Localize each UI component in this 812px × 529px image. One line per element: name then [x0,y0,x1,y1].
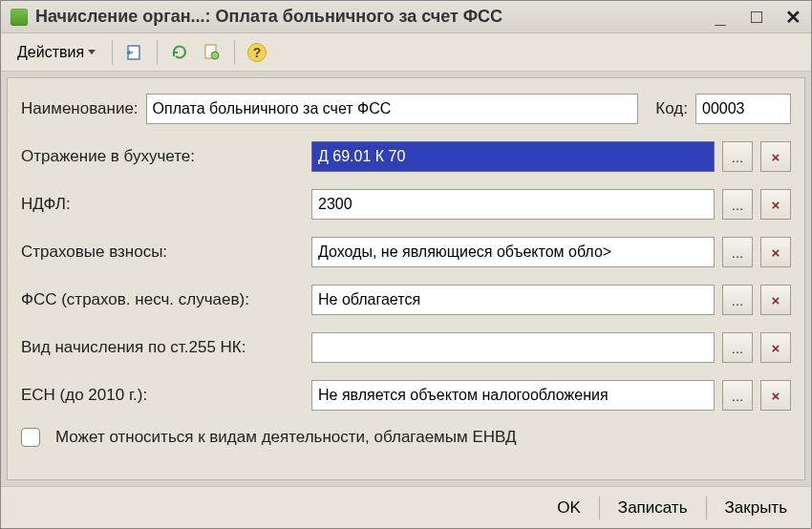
insurance-select-button[interactable]: ... [722,237,753,267]
document-settings-icon[interactable] [198,38,226,67]
code-input[interactable] [695,94,791,124]
label-ndfl: НДФЛ: [21,195,304,214]
envd-checkbox[interactable] [21,428,40,447]
accounting-field[interactable]: Д 69.01 К 70 [311,141,715,172]
label-code: Код: [655,99,688,118]
svg-point-2 [211,52,219,59]
help-icon[interactable]: ? [243,38,271,67]
toolbar-separator [234,40,235,65]
titlebar: Начисление орган...: Оплата больничного … [1,1,811,33]
label-accounting: Отражение в бухучете: [21,147,304,166]
toolbar: Действия ? [1,33,811,72]
insurance-clear-button[interactable]: × [760,237,791,267]
dialog-window: Начисление орган...: Оплата больничного … [0,0,812,529]
ndfl-field[interactable]: 2300 [311,189,715,220]
name-input[interactable] [146,94,639,124]
ndfl-select-button[interactable]: ... [722,189,753,220]
window-controls: _ □ ✕ [708,7,805,28]
accrual-type-select-button[interactable]: ... [722,332,753,363]
actions-label: Действия [17,44,84,61]
refresh-icon[interactable] [165,38,194,67]
insurance-field[interactable]: Доходы, не являющиеся объектом обло> [311,237,715,267]
label-name: Наименование: [21,99,139,118]
label-insurance: Страховые взносы: [21,243,304,262]
fss-select-button[interactable]: ... [722,285,753,315]
save-go-icon[interactable] [120,38,149,67]
esn-select-button[interactable]: ... [722,380,753,411]
accrual-type-clear-button[interactable]: × [760,332,791,363]
label-esn: ЕСН (до 2010 г.): [21,386,304,405]
accounting-select-button[interactable]: ... [722,141,753,172]
actions-menu[interactable]: Действия [9,38,104,67]
footer-separator [599,497,600,519]
close-window-button[interactable]: ✕ [780,7,805,28]
minimize-button[interactable]: _ [708,7,733,28]
save-button[interactable]: Записать [608,494,698,522]
label-fss: ФСС (страхов. несч. случаев): [21,290,304,309]
window-title: Начисление орган...: Оплата больничного … [35,7,698,27]
accounting-clear-button[interactable]: × [760,141,791,172]
chevron-down-icon [88,50,96,54]
esn-field[interactable]: Не является объектом налогообложения [311,380,715,411]
ok-button[interactable]: OK [546,494,591,522]
toolbar-separator [157,40,158,65]
accrual-type-field[interactable] [311,332,715,363]
close-button[interactable]: Закрыть [715,494,798,522]
fss-clear-button[interactable]: × [760,285,791,315]
toolbar-separator [112,40,113,65]
label-envd: Может относиться к видам деятельности, о… [55,428,517,447]
form-content: Наименование: Код: Отражение в бухучете:… [7,77,805,480]
footer-separator [706,497,707,519]
fss-field[interactable]: Не облагается [311,285,715,315]
ndfl-clear-button[interactable]: × [760,189,791,220]
app-icon [11,9,28,26]
esn-clear-button[interactable]: × [760,380,791,411]
maximize-button[interactable]: □ [744,7,769,28]
label-accrual-type: Вид начисления по ст.255 НК: [21,338,304,357]
dialog-footer: OK Записать Закрыть [1,486,811,528]
